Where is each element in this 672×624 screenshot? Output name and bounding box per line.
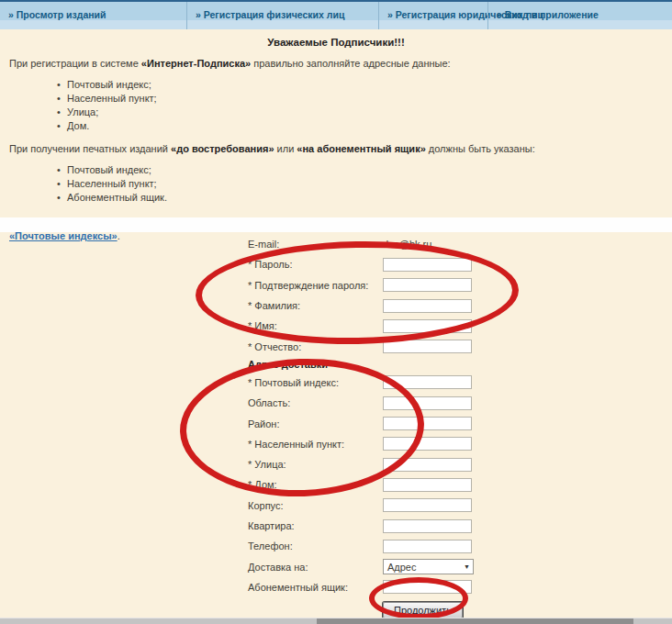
field-label: Телефон:	[248, 540, 383, 552]
text-input[interactable]	[383, 375, 472, 389]
list-item: Дом.	[57, 119, 672, 133]
form-row: * Имя:	[248, 316, 551, 336]
form-row: * Отчество:	[248, 336, 551, 356]
field-label: * Подтверждение пароля:	[248, 280, 383, 291]
field-label: * Пароль:	[248, 259, 383, 270]
text-input[interactable]	[383, 340, 472, 353]
field-label: Корпус:	[248, 500, 383, 511]
field-label: * Фамилия:	[248, 300, 383, 311]
form-row: * Населенный пункт:	[248, 434, 551, 454]
paragraph-bold: «Интернет-Подписка»	[141, 58, 251, 69]
text-input[interactable]	[383, 258, 472, 272]
form-row: * Фамилия:	[248, 295, 551, 316]
field-label: Область:	[248, 397, 383, 408]
nav-item[interactable]: » Регистрация физических лиц	[186, 2, 378, 29]
form-row: Телефон:	[248, 536, 551, 556]
email-row: E-mail: dva@bk.ru	[248, 234, 551, 254]
notice-paragraph-2: При получении печатных изданий «до востр…	[9, 142, 672, 155]
nav-item[interactable]: » Просмотр изданий	[0, 2, 186, 29]
page: » Просмотр изданий » Регистрация физичес…	[0, 0, 672, 624]
nav-item-label: » Регистрация физических лиц	[196, 9, 344, 20]
text-input[interactable]	[383, 458, 472, 472]
paragraph-bold: «до востребования»	[171, 143, 274, 154]
text-input[interactable]	[383, 278, 472, 292]
paragraph-text: должны быть указаны:	[426, 143, 535, 154]
field-label: Район:	[248, 418, 383, 429]
form-row: Область:	[248, 393, 551, 413]
text-input[interactable]	[383, 417, 472, 430]
notice-list-2: Почтовый индекс; Населенный пункт; Абоне…	[0, 163, 672, 205]
bottom-bar	[0, 618, 672, 624]
form-row: * Пароль:	[248, 254, 551, 274]
notice-title: Уважаемые Подписчики!!!	[0, 37, 672, 48]
address-fields: * Почтовый индекс: Область: Район: * Нас…	[248, 373, 551, 557]
text-input[interactable]	[383, 498, 472, 512]
field-label: Квартира:	[248, 520, 383, 531]
text-input[interactable]	[383, 540, 472, 553]
text-input[interactable]	[383, 396, 472, 410]
field-label: * Отчество:	[248, 341, 383, 352]
form-row: Квартира:	[248, 516, 551, 536]
paragraph-text: или	[274, 143, 297, 154]
field-label: * Почтовый индекс:	[248, 377, 383, 388]
field-label: * Дом:	[248, 479, 383, 490]
email-value: dva@bk.ru	[383, 239, 431, 250]
field-label: * Улица:	[248, 459, 383, 470]
abonement-row: Абонементный ящик:	[248, 577, 551, 597]
nav-item[interactable]: » Регистрация юридических лиц	[378, 2, 487, 29]
delivery-selected-value: Адрес	[387, 562, 417, 573]
paragraph-text: правильно заполняйте адресные данные:	[251, 58, 451, 69]
continue-button[interactable]: Продолжить	[383, 602, 463, 618]
field-label: * Населенный пункт:	[248, 439, 383, 450]
navbar: » Просмотр изданий » Регистрация физичес…	[0, 2, 672, 29]
nav-item-label: » Просмотр изданий	[8, 9, 106, 20]
list-item: Улица;	[57, 106, 672, 119]
form-row: Район:	[248, 413, 551, 433]
paragraph-bold: «на абонементный ящик»	[297, 143, 425, 154]
text-input[interactable]	[383, 478, 472, 492]
registration-form: E-mail: dva@bk.ru * Пароль: * Подтвержде…	[248, 234, 551, 621]
form-row: * Дом:	[248, 474, 551, 495]
text-input[interactable]	[383, 299, 472, 313]
list-item: Абонементный ящик.	[57, 191, 672, 205]
email-label: E-mail:	[248, 239, 383, 250]
nav-item[interactable]: » Вход в приложение	[487, 2, 599, 29]
delivery-row: Доставка на: Адрес ▼	[248, 556, 551, 576]
bottom-bar-dark-segment	[317, 618, 633, 624]
nav-item-label: » Вход в приложение	[497, 9, 599, 20]
delivery-select[interactable]: Адрес ▼	[383, 559, 474, 574]
form-row: * Улица:	[248, 454, 551, 474]
text-input[interactable]	[383, 437, 472, 451]
abonement-label: Абонементный ящик:	[248, 582, 383, 593]
abonement-input[interactable]	[383, 580, 472, 594]
list-item: Населенный пункт;	[57, 92, 672, 106]
chevron-down-icon: ▼	[464, 563, 470, 570]
delivery-label: Доставка на:	[248, 562, 383, 573]
list-item: Почтовый индекс;	[57, 163, 672, 177]
section-divider	[0, 217, 672, 232]
account-fields: * Пароль: * Подтверждение пароля: * Фами…	[248, 254, 551, 356]
form-row: Корпус:	[248, 496, 551, 516]
list-item: Населенный пункт;	[57, 177, 672, 191]
form-row: * Подтверждение пароля:	[248, 275, 551, 295]
paragraph-text: При регистрации в системе	[9, 58, 141, 69]
paragraph-text: При получении печатных изданий	[9, 143, 171, 154]
notice-list-1: Почтовый индекс; Населенный пункт; Улица…	[0, 78, 672, 133]
notice-section: Уважаемые Подписчики!!! При регистрации …	[0, 29, 672, 217]
notice-paragraph-1: При регистрации в системе «Интернет-Подп…	[9, 57, 672, 70]
form-row: * Почтовый индекс:	[248, 373, 551, 393]
text-input[interactable]	[383, 319, 472, 333]
address-section-heading: Адрес доставки	[248, 357, 551, 373]
field-label: * Имя:	[248, 320, 383, 331]
text-input[interactable]	[383, 519, 472, 533]
list-item: Почтовый индекс;	[57, 78, 672, 92]
